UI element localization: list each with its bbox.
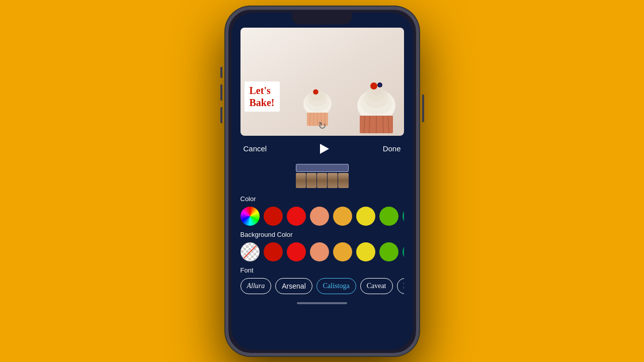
svg-line-21 (369, 116, 370, 133)
color-swatch-rainbow[interactable] (240, 207, 260, 226)
cancel-button[interactable]: Cancel (242, 142, 269, 155)
background-color-label: Background Color (240, 231, 404, 238)
bg-swatch-1[interactable] (264, 242, 283, 261)
preview-area: Let's Bake! ↻ (240, 28, 404, 136)
color-swatches-row (240, 207, 404, 226)
home-bar (297, 302, 347, 304)
timeline-thumb-5 (338, 173, 348, 188)
volume-up-button (220, 84, 222, 101)
color-swatch-7[interactable] (403, 207, 404, 226)
volume-down-button (220, 107, 222, 123)
font-section: Font Allura Arsenal Calistoga Caveat Hep… (231, 263, 413, 298)
phone-wrapper: Let's Bake! ↻ Cancel Done (225, 7, 419, 356)
text-overlay[interactable]: Let's Bake! (245, 81, 280, 112)
bg-swatch-5[interactable] (356, 242, 375, 261)
timeline-area (231, 162, 413, 192)
font-pill-hepta-slab[interactable]: Hepta Sla (397, 278, 404, 294)
background-color-section: Background Color (231, 228, 413, 263)
bg-color-swatches-row (240, 242, 404, 261)
timeline-thumb-2 (306, 173, 316, 188)
done-button[interactable]: Done (381, 142, 403, 155)
silent-switch (220, 67, 222, 78)
cupcake-right (354, 78, 399, 133)
font-label: Font (240, 266, 404, 274)
timeline-thumb-3 (317, 173, 327, 188)
bg-swatch-3[interactable] (310, 242, 329, 261)
app-background: Let's Bake! ↻ Cancel Done (0, 0, 644, 362)
text-line2: Bake! (250, 97, 275, 109)
bg-swatch-transparent[interactable] (240, 242, 260, 261)
color-swatch-4[interactable] (333, 207, 352, 226)
color-swatch-5[interactable] (356, 207, 375, 226)
play-icon (320, 144, 329, 154)
home-indicator (231, 298, 413, 307)
phone-body: Let's Bake! ↻ Cancel Done (225, 7, 419, 356)
bg-swatch-6[interactable] (379, 242, 398, 261)
font-pill-caveat[interactable]: Caveat (360, 278, 393, 294)
bg-swatch-2[interactable] (287, 242, 306, 261)
timeline-thumbnails (296, 173, 349, 188)
play-button[interactable] (316, 141, 333, 157)
cupcake-scene (297, 28, 404, 136)
power-button (422, 95, 424, 122)
font-pill-calistoga[interactable]: Calistoga (316, 278, 356, 294)
color-swatch-1[interactable] (264, 207, 283, 226)
color-swatch-2[interactable] (287, 207, 306, 226)
timeline-strip[interactable] (296, 164, 349, 188)
font-pills-row: Allura Arsenal Calistoga Caveat Hepta Sl… (240, 278, 404, 294)
phone-notch (292, 13, 352, 25)
rotate-handle[interactable]: ↻ (318, 120, 327, 132)
color-section: Color (231, 192, 413, 228)
svg-point-4 (313, 89, 319, 95)
svg-point-16 (370, 82, 377, 89)
color-swatch-3[interactable] (310, 207, 329, 226)
timeline-selection-bar (296, 164, 349, 172)
text-line1: Let's (250, 84, 275, 97)
font-pill-allura[interactable]: Allura (240, 278, 272, 294)
controls-bar: Cancel Done (231, 136, 413, 162)
color-swatch-6[interactable] (379, 207, 398, 226)
phone-screen: Let's Bake! ↻ Cancel Done (231, 13, 413, 350)
timeline-thumb-4 (328, 173, 338, 188)
font-pill-arsenal[interactable]: Arsenal (275, 278, 312, 294)
bg-swatch-4[interactable] (333, 242, 352, 261)
color-label: Color (240, 195, 404, 203)
svg-line-23 (383, 116, 383, 133)
bg-swatch-7[interactable] (403, 242, 404, 261)
timeline-thumb-1 (296, 173, 306, 188)
svg-point-18 (379, 84, 381, 86)
